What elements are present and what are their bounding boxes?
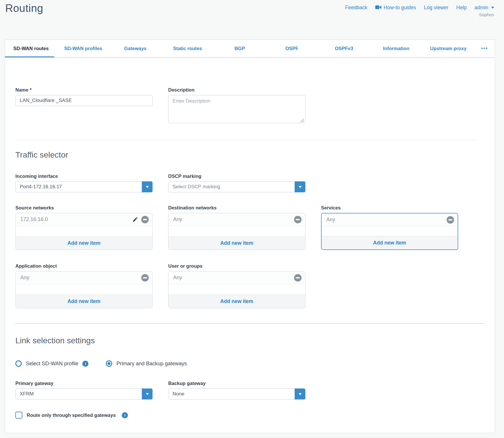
tab-sdwan-profiles[interactable]: SD-WAN profiles xyxy=(57,40,109,57)
header-links: Feedback How-to guides Log viewer Help a… xyxy=(345,5,494,11)
remove-item-icon[interactable] xyxy=(141,274,149,282)
remove-item-icon[interactable] xyxy=(294,216,302,223)
tab-gateways[interactable]: Gateways xyxy=(109,40,162,57)
routing-page: Routing Feedback How-to guides Log viewe… xyxy=(0,0,504,438)
services-list: Any Add new item xyxy=(321,213,458,250)
howto-guides-label: How-to guides xyxy=(384,5,416,11)
interface-dscp-row: Incoming interface Port4-172.16.16.17 DS… xyxy=(15,174,484,192)
list-spacer xyxy=(16,284,152,295)
add-service-button[interactable]: Add new item xyxy=(322,236,458,249)
dscp-marking-dropdown[interactable]: Select DSCP marking xyxy=(168,181,305,192)
incoming-interface-value: Port4-172.16.16.17 xyxy=(20,184,62,190)
backup-gateway-group: Backup gateway None xyxy=(168,381,305,399)
list-item: Any xyxy=(168,271,305,284)
link-selection-radio-row: Select SD-WAN profile i Primary and Back… xyxy=(15,360,484,367)
resize-grip-icon[interactable] xyxy=(300,118,304,123)
list-item-value: 172.16.16.0 xyxy=(20,216,132,222)
list-spacer xyxy=(322,226,458,236)
add-destination-network-button[interactable]: Add new item xyxy=(168,236,305,250)
destination-networks-list: Any Add new item xyxy=(168,213,305,250)
tab-ospfv3[interactable]: OSPFv3 xyxy=(318,40,370,57)
feedback-label: Feedback xyxy=(345,5,367,11)
add-application-button[interactable]: Add new item xyxy=(16,295,152,308)
name-label: Name * xyxy=(15,87,153,93)
info-icon[interactable]: i xyxy=(122,412,128,418)
gateways-row: Primary gateway XFRM Backup gateway None xyxy=(15,381,484,399)
add-source-network-button[interactable]: Add new item xyxy=(16,236,152,250)
section-divider xyxy=(15,323,484,324)
tab-bgp[interactable]: BGP xyxy=(214,40,266,57)
help-link[interactable]: Help xyxy=(456,5,467,11)
video-camera-icon xyxy=(375,5,381,11)
pencil-icon[interactable] xyxy=(132,216,138,222)
log-viewer-label: Log viewer xyxy=(424,5,449,11)
remove-item-icon[interactable] xyxy=(141,216,149,223)
chevron-down-icon[interactable] xyxy=(295,181,305,192)
list-item-value: Any xyxy=(326,217,447,223)
chevron-down-icon[interactable] xyxy=(295,388,305,399)
sdwan-route-form: Name * Description Traffic selector Inco… xyxy=(5,58,495,433)
chevron-down-icon xyxy=(491,7,494,9)
feedback-link[interactable]: Feedback xyxy=(345,5,367,11)
incoming-interface-label: Incoming interface xyxy=(15,174,153,179)
user-groups-group: User or groups Any Add new item xyxy=(168,263,305,308)
page-title: Routing xyxy=(5,2,43,14)
primary-gateway-label: Primary gateway xyxy=(15,381,153,386)
source-networks-group: Source networks 172.16.16.0 Add new item xyxy=(15,205,153,250)
backup-gateway-dropdown[interactable]: None xyxy=(168,388,305,399)
services-group: Services Any Add new item xyxy=(321,205,458,250)
routing-tab-bar: SD-WAN routes SD-WAN profiles Gateways S… xyxy=(5,39,495,57)
name-description-row: Name * Description xyxy=(15,58,484,124)
user-groups-label: User or groups xyxy=(168,263,305,269)
primary-backup-radio-label: Primary and Backup gateways xyxy=(116,361,187,367)
primary-gateway-value: XFRM xyxy=(20,391,34,397)
tab-information[interactable]: Information xyxy=(370,40,422,57)
primary-gateway-dropdown[interactable]: XFRM xyxy=(15,388,153,399)
tab-sdwan-routes[interactable]: SD-WAN routes xyxy=(5,40,57,57)
tab-static-routes[interactable]: Static routes xyxy=(162,40,214,57)
more-tabs-button[interactable]: ••• xyxy=(474,40,495,57)
source-networks-list: 172.16.16.0 Add new item xyxy=(15,213,153,250)
link-selection-heading: Link selection settings xyxy=(15,335,484,346)
page-header: Routing Feedback How-to guides Log viewe… xyxy=(0,0,504,39)
list-spacer xyxy=(168,284,305,295)
incoming-interface-dropdown[interactable]: Port4-172.16.16.17 xyxy=(15,181,153,192)
dscp-marking-group: DSCP marking Select DSCP marking xyxy=(168,174,305,192)
chevron-down-icon[interactable] xyxy=(142,181,153,192)
name-field-group: Name * xyxy=(15,87,153,124)
sdwan-profile-radio[interactable] xyxy=(15,360,22,367)
primary-backup-radio[interactable] xyxy=(106,360,112,367)
list-item: Any xyxy=(168,213,305,226)
tab-ospf[interactable]: OSPF xyxy=(266,40,318,57)
backup-gateway-value: None xyxy=(173,391,184,397)
description-field-group: Description xyxy=(168,87,305,124)
chevron-down-icon[interactable] xyxy=(142,388,153,399)
log-viewer-link[interactable]: Log viewer xyxy=(424,5,449,11)
networks-services-row: Source networks 172.16.16.0 Add new item… xyxy=(15,205,484,250)
list-spacer xyxy=(16,226,152,236)
list-item: Any xyxy=(322,213,458,226)
remove-item-icon[interactable] xyxy=(447,216,454,224)
user-menu[interactable]: admin xyxy=(474,5,494,11)
description-textarea[interactable] xyxy=(168,95,305,123)
destination-networks-label: Destination networks xyxy=(168,205,305,211)
list-item: 172.16.16.0 xyxy=(16,213,152,226)
route-only-checkbox[interactable] xyxy=(15,412,22,419)
route-only-checkbox-label: Route only through specified gateways xyxy=(27,413,116,418)
name-input[interactable] xyxy=(15,95,153,106)
traffic-selector-heading: Traffic selector xyxy=(15,150,484,160)
description-label: Description xyxy=(168,87,305,93)
incoming-interface-group: Incoming interface Port4-172.16.16.17 xyxy=(15,174,153,192)
primary-gateway-group: Primary gateway XFRM xyxy=(15,381,153,399)
remove-item-icon[interactable] xyxy=(294,274,302,282)
list-spacer xyxy=(168,226,305,236)
list-item: Any xyxy=(16,271,152,284)
tab-upstream-proxy[interactable]: Upstream proxy xyxy=(422,40,474,57)
info-icon[interactable]: i xyxy=(82,361,88,367)
application-users-row: Application object Any Add new item User… xyxy=(15,263,484,308)
howto-guides-link[interactable]: How-to guides xyxy=(375,5,416,11)
add-user-group-button[interactable]: Add new item xyxy=(168,295,305,308)
route-only-row: Route only through specified gateways i xyxy=(15,412,484,419)
source-networks-label: Source networks xyxy=(15,205,153,211)
section-divider xyxy=(15,140,477,140)
